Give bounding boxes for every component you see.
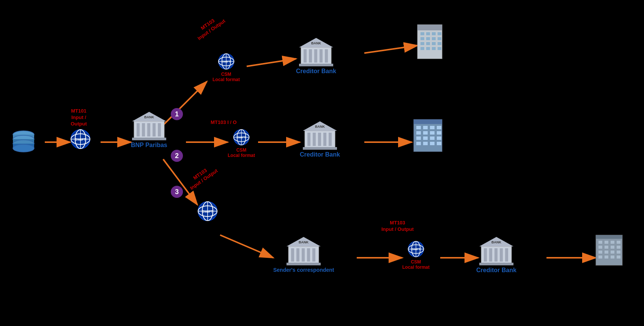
svg-point-20 [13, 144, 34, 152]
svg-rect-35 [132, 138, 166, 140]
svg-text:BANK: BANK [315, 125, 325, 129]
svg-rect-97 [437, 136, 441, 140]
svg-rect-87 [423, 126, 428, 129]
svg-rect-93 [437, 131, 441, 135]
svg-rect-64 [438, 42, 441, 45]
svg-rect-54 [426, 32, 430, 35]
svg-line-10 [220, 235, 273, 258]
svg-rect-109 [291, 248, 294, 262]
svg-rect-68 [438, 47, 441, 50]
svg-rect-138 [598, 246, 602, 249]
svg-rect-65 [420, 47, 424, 50]
number-1-circle: 1 [171, 108, 183, 120]
svg-rect-76 [307, 133, 310, 146]
svg-rect-80 [329, 133, 332, 146]
swift-bot-right-icon: SWIFT [408, 241, 425, 258]
svg-line-4 [247, 59, 296, 66]
svg-rect-50 [299, 64, 333, 66]
building-top-node [414, 23, 446, 61]
creditor-bank-top-label: Creditor Bank [296, 68, 336, 75]
svg-rect-95 [423, 136, 428, 140]
creditor-bank-bot-icon: BANK [479, 235, 513, 265]
svg-rect-45 [314, 49, 317, 63]
svg-rect-134 [598, 241, 602, 244]
svg-rect-99 [423, 142, 428, 145]
swift-bot-left-icon: SWIFT [197, 201, 218, 222]
svg-rect-112 [307, 248, 310, 262]
svg-rect-44 [309, 49, 312, 63]
svg-rect-52 [417, 25, 442, 30]
creditor-bank-mid-icon: BANK [303, 119, 337, 150]
bnp-label: BNP Paribas [131, 142, 167, 149]
svg-rect-140 [611, 246, 614, 249]
svg-rect-57 [420, 37, 424, 40]
svg-text:SWIFT: SWIFT [237, 136, 246, 139]
svg-rect-126 [494, 248, 498, 262]
number-2-circle: 2 [171, 150, 183, 162]
svg-rect-79 [323, 133, 326, 146]
senders-correspondent-label: Sender's correspondent [273, 267, 334, 273]
svg-rect-148 [611, 255, 614, 259]
svg-rect-91 [423, 131, 428, 135]
svg-rect-141 [617, 246, 620, 249]
svg-line-3 [163, 82, 207, 125]
svg-rect-78 [318, 133, 321, 146]
svg-rect-77 [313, 133, 316, 146]
svg-text:SWIFT: SWIFT [202, 210, 213, 213]
csm-top-label: CSMLocal format [213, 72, 240, 83]
database-icon [11, 129, 36, 154]
swift-left-icon: SWIFT [70, 129, 91, 150]
svg-rect-113 [312, 248, 315, 262]
svg-rect-85 [414, 119, 442, 124]
svg-text:BANK: BANK [311, 41, 321, 45]
mt103-top-label: MT103Input / Output [193, 13, 227, 42]
bnp-bank-icon: BANK [132, 110, 166, 140]
database-node [11, 129, 36, 154]
diagram: SWIFT MT101 Input / Output BANK BNP Pari… [0, 0, 644, 326]
svg-rect-143 [605, 251, 608, 254]
swift-mid-icon: SWIFT [233, 129, 250, 146]
creditor-bank-bot-node: BANK Creditor Bank [476, 235, 516, 274]
svg-rect-101 [437, 142, 441, 145]
swift-bot-right-node: SWIFT CSMLocal format MT103Input / Outpu… [402, 241, 430, 270]
creditor-bank-top-icon: BANK [299, 36, 333, 66]
csm-mid-label: CSMLocal format [228, 147, 255, 158]
svg-rect-145 [617, 251, 620, 254]
svg-rect-60 [438, 37, 441, 40]
svg-rect-90 [416, 131, 421, 135]
svg-rect-96 [430, 136, 435, 140]
svg-rect-46 [320, 49, 323, 63]
svg-rect-98 [416, 142, 421, 145]
creditor-bank-bot-label: Creditor Bank [476, 267, 516, 274]
svg-text:SWIFT: SWIFT [75, 138, 86, 141]
mt103-mid-label: MT103 I / O [211, 119, 237, 126]
svg-rect-92 [430, 131, 435, 135]
svg-rect-89 [437, 126, 441, 129]
svg-text:SWIFT: SWIFT [411, 248, 420, 251]
svg-rect-100 [430, 142, 435, 145]
swift-mid-node: SWIFT CSMLocal format MT103 I / O [228, 129, 255, 158]
office-building-bot-icon [594, 233, 624, 267]
creditor-bank-top-node: BANK Creditor Bank [296, 36, 336, 75]
svg-rect-86 [416, 126, 421, 129]
svg-rect-58 [426, 37, 430, 40]
building-bot-node [594, 233, 624, 267]
svg-rect-94 [416, 136, 421, 140]
svg-rect-53 [420, 32, 424, 35]
svg-rect-124 [484, 248, 487, 262]
svg-rect-128 [505, 248, 508, 262]
svg-rect-133 [596, 235, 622, 239]
svg-rect-139 [605, 246, 608, 249]
mt103-bot-right-label: MT103Input / Output [381, 220, 414, 233]
svg-rect-67 [432, 47, 436, 50]
svg-rect-125 [489, 248, 492, 262]
svg-rect-66 [426, 47, 430, 50]
svg-rect-132 [596, 235, 622, 265]
svg-line-5 [364, 45, 417, 53]
svg-rect-61 [420, 42, 424, 45]
svg-rect-110 [296, 248, 299, 262]
swift-left-node: SWIFT MT101 Input / Output [70, 129, 91, 150]
svg-rect-55 [432, 32, 436, 35]
svg-rect-137 [617, 241, 620, 244]
swift-top-node: SWIFT CSMLocal format MT103Input / Outpu… [213, 53, 240, 83]
